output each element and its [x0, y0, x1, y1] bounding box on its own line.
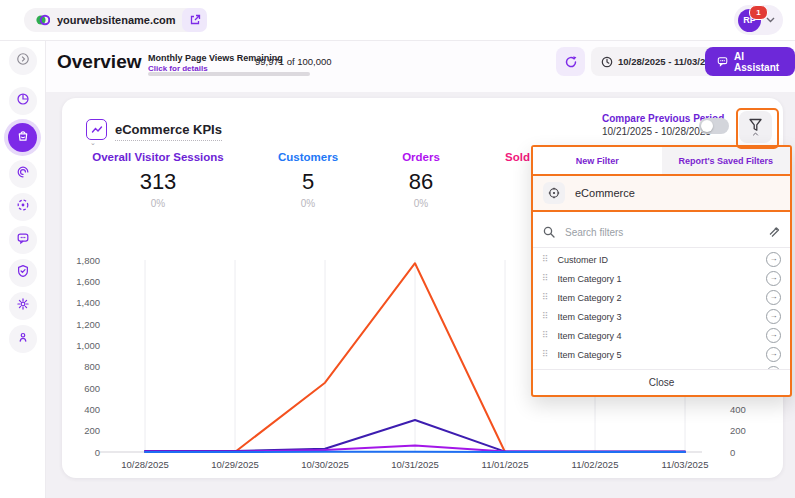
kpi-delta: 0%	[361, 198, 481, 209]
filter-apply-icon[interactable]: →	[766, 271, 781, 286]
kpi-orders: Orders 86 0%	[361, 151, 481, 209]
x-axis-label: 11/02/2025	[553, 459, 637, 470]
y-axis-tick-left: 400	[70, 404, 100, 415]
tab-saved-filters[interactable]: Report's Saved Filters	[662, 147, 791, 174]
pie-chart-icon	[16, 92, 30, 110]
chevron-down-icon	[766, 17, 775, 23]
filter-apply-icon[interactable]: →	[766, 252, 781, 267]
compare-toggle[interactable]	[699, 118, 729, 134]
site-selector[interactable]: yourwebsitename.com	[24, 8, 204, 32]
filter-apply-icon[interactable]: →	[766, 328, 781, 343]
filter-item[interactable]: ⠿Item Category 4→	[533, 326, 790, 345]
x-axis-label: 10/31/2025	[373, 459, 457, 470]
filter-item[interactable]: ⠿Item Category 1→	[533, 269, 790, 288]
kpi-overall-visitor-sessions: Overall Visitor Sessions 313 0%	[62, 151, 254, 209]
y-axis-tick-left: 800	[70, 361, 100, 372]
y-axis-tick-left: 1,200	[70, 319, 100, 330]
sidebar-item-support-person[interactable]	[9, 325, 37, 353]
funnel-icon	[748, 118, 763, 132]
search-icon	[543, 226, 555, 238]
kpi-label: Orders	[361, 151, 481, 163]
x-axis-label: 11/03/2025	[643, 459, 727, 470]
x-axis-label: 10/28/2025	[103, 459, 187, 470]
sidebar-item-privacy-shield[interactable]	[9, 259, 37, 287]
sidebar-item-collapse[interactable]	[9, 47, 37, 75]
y-axis-tick-right: 400	[730, 404, 770, 415]
notification-badge: 1	[749, 5, 768, 20]
kpi-value: 313	[62, 169, 254, 195]
shopping-bag-icon	[16, 129, 30, 147]
sidebar-item-feedback-chat[interactable]	[9, 226, 37, 254]
support-person-icon	[16, 330, 30, 348]
sidebar-item-pie-chart[interactable]	[9, 87, 37, 115]
drag-handle-icon[interactable]: ⠿	[542, 331, 549, 340]
collapse-card-icon[interactable]: ⌄	[90, 139, 96, 147]
x-axis-label: 10/29/2025	[193, 459, 277, 470]
app-window: yourwebsitename.com RP 1 Overview Monthl…	[0, 0, 795, 498]
filter-item[interactable]: ⠿Item Category 5→	[533, 345, 790, 364]
kpi-delta: 0%	[62, 198, 254, 209]
filter-apply-icon[interactable]: →	[766, 347, 781, 362]
filter-list: ⠿Customer ID→⠿Item Category 1→⠿Item Cate…	[533, 248, 790, 369]
user-menu[interactable]: RP 1	[734, 5, 783, 35]
settings-gear-icon	[16, 297, 30, 315]
y-axis-tick-left: 0	[70, 447, 100, 458]
y-axis-tick-left: 1,600	[70, 276, 100, 287]
y-axis-tick-left: 200	[70, 425, 100, 436]
site-favicon-icon	[36, 13, 50, 27]
filter-item[interactable]: ⠿Item Category 3→	[533, 307, 790, 326]
kpi-value: 86	[361, 169, 481, 195]
topbar: yourwebsitename.com RP 1	[0, 0, 795, 41]
x-axis-label: 11/01/2025	[463, 459, 547, 470]
filter-tabs: New Filter Report's Saved Filters	[533, 147, 790, 174]
filter-item[interactable]: ⠿Customer ID→	[533, 250, 790, 269]
filter-item-label: Item Category 1	[558, 274, 757, 284]
filter-item-label: Item Category 5	[558, 350, 757, 360]
sidebar-item-settings-gear[interactable]	[9, 292, 37, 320]
privacy-shield-icon	[16, 264, 30, 282]
drag-handle-icon[interactable]: ⠿	[542, 293, 549, 302]
y-axis-tick-right: 0	[730, 447, 770, 458]
site-domain: yourwebsitename.com	[57, 14, 176, 26]
drag-handle-icon[interactable]: ⠿	[542, 312, 549, 321]
ai-assistant-label: AI Assistant	[734, 51, 783, 73]
pageviews-usage: 99,971 of 100,000	[255, 56, 332, 67]
filter-button[interactable]	[739, 111, 772, 143]
filter-search-input[interactable]	[563, 226, 760, 239]
close-button[interactable]: Close	[533, 369, 790, 395]
filter-item-label: Item Category 2	[558, 293, 757, 303]
kpi-chart-icon	[86, 119, 107, 140]
ai-assistant-button[interactable]: AI Assistant	[705, 47, 795, 76]
drag-handle-icon[interactable]: ⠿	[542, 255, 549, 264]
card-title: eCommerce KPIs	[115, 122, 222, 141]
x-axis-label: 10/30/2025	[283, 459, 367, 470]
compare-range: 10/21/2025 - 10/28/2025	[602, 126, 711, 137]
chevron-up-icon	[752, 132, 759, 136]
clock-icon	[601, 56, 613, 68]
collapse-icon	[16, 52, 30, 70]
filter-search-row	[533, 217, 790, 248]
y-axis-tick-left: 1,800	[70, 255, 100, 266]
filter-scope-row[interactable]: eCommerce	[533, 176, 790, 212]
sidebar-item-visitors-target[interactable]	[9, 193, 37, 221]
refresh-button[interactable]	[556, 47, 585, 76]
drag-handle-icon[interactable]: ⠿	[542, 350, 549, 359]
filter-item[interactable]: ⠿Item Category 2→	[533, 288, 790, 307]
kpi-delta: 0%	[238, 198, 378, 209]
kpi-value: 5	[238, 169, 378, 195]
sidebar-item-shopping-bag[interactable]	[8, 123, 37, 152]
page-header: Overview Monthly Page Views Remaining Cl…	[46, 41, 795, 92]
filter-item-label: Customer ID	[558, 255, 757, 265]
external-link-icon	[189, 14, 201, 26]
filter-item-label: Item Category 4	[558, 331, 757, 341]
filter-apply-icon[interactable]: →	[766, 290, 781, 305]
sidebar-item-behavior-swirl[interactable]	[9, 160, 37, 188]
drag-handle-icon[interactable]: ⠿	[542, 274, 549, 283]
open-site-button[interactable]	[182, 8, 207, 32]
clear-search-icon[interactable]	[768, 226, 780, 238]
tab-new-filter[interactable]: New Filter	[533, 147, 662, 174]
scope-value: eCommerce	[575, 187, 635, 199]
kpi-label: Overall Visitor Sessions	[62, 151, 254, 163]
scope-target-icon	[543, 182, 565, 204]
filter-apply-icon[interactable]: →	[766, 309, 781, 324]
